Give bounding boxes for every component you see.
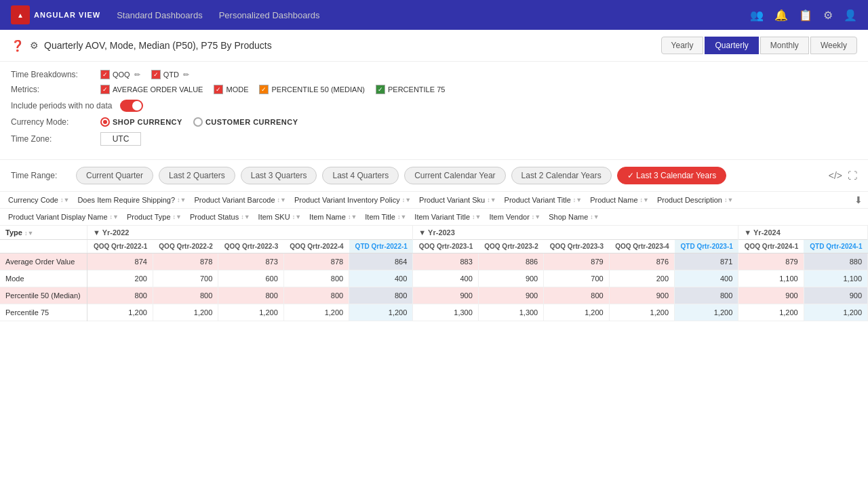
yr2023-group[interactable]: ▼ Yr-2023 [413,226,738,240]
data-cell: 900 [413,287,478,304]
col-item-sku[interactable]: Item SKU ↕▼ [256,211,304,222]
col-qoq-2023-2[interactable]: QOQ Qrtr-2023-2 [478,240,543,253]
yr2022-group[interactable]: ▼ Yr-2022 [87,226,412,240]
controls-area: Time Breakdowns: ✓ QOQ ✏ ✓ QTD ✏ Metrics… [0,62,868,160]
column-headers-row-2: Product Variant Display Name ↕▼ Product … [0,209,868,226]
col-qoq-2022-4[interactable]: QOQ Qrtr-2022-4 [283,240,349,253]
current-quarter-btn[interactable]: Current Quarter [76,167,153,184]
col-variant-title[interactable]: Product Variant Title ↕▼ [502,195,585,205]
quarter-header-row: QOQ Qrtr-2022-1 QOQ Qrtr-2022-2 QOQ Qrtr… [0,240,868,253]
col-qtd-2023-1[interactable]: QTD Qrtr-2023-1 [675,240,738,253]
data-cell: 800 [544,287,609,304]
type-column-header[interactable]: Type ↕▼ [0,226,87,240]
logo-area[interactable]: ▲ ANGULAR VIEW [11,5,100,24]
col-qoq-2024-1[interactable]: QOQ Qrtr-2024-1 [738,240,804,253]
include-no-data-toggle[interactable] [120,100,143,112]
qtd-edit-icon[interactable]: ✏ [183,70,189,79]
view-weekly-button[interactable]: Weekly [810,37,857,54]
col-qoq-2022-1[interactable]: QOQ Qrtr-2022-1 [87,240,153,253]
view-quarterly-button[interactable]: Quarterly [705,37,758,54]
col-product-status[interactable]: Product Status ↕▼ [187,211,253,222]
col-item-vendor[interactable]: Item Vendor ↕▼ [486,211,543,222]
col-qoq-2023-1[interactable]: QOQ Qrtr-2023-1 [413,240,478,253]
col-qoq-2023-4[interactable]: QOQ Qrtr-2023-4 [609,240,674,253]
col-item-title[interactable]: Item Title ↕▼ [362,211,409,222]
last-4-quarters-btn[interactable]: Last 4 Quarters [322,167,399,184]
p75-checkbox[interactable]: ✓ PERCENTILE 75 [376,85,445,94]
col-item-variant-title[interactable]: Item Variant Title ↕▼ [412,211,484,222]
col-currency-code[interactable]: Currency Code ↕▼ [5,195,72,205]
nav-standard-dashboards[interactable]: Standard Dashboards [117,7,202,23]
current-calendar-year-btn[interactable]: Current Calendar Year [404,167,505,184]
col-variant-barcode[interactable]: Product Variant Barcode ↕▼ [192,195,289,205]
col-shop-name[interactable]: Shop Name ↕▼ [546,211,602,222]
code-icon[interactable]: </> [829,170,842,181]
data-cell: 800 [675,287,738,304]
metrics-row: Metrics: ✓ AVERAGE ORDER VALUE ✓ MODE ✓ … [11,85,857,94]
last-2-quarters-btn[interactable]: Last 2 Quarters [159,167,235,184]
qoq-edit-icon[interactable]: ✏ [134,70,140,79]
col-qoq-2023-3[interactable]: QOQ Qrtr-2023-3 [544,240,609,253]
col-product-name[interactable]: Product Name ↕▼ [587,195,652,205]
users-icon[interactable]: 👥 [750,9,764,22]
help-icon[interactable]: ❓ [11,39,24,52]
settings-icon[interactable]: ⚙ [30,40,39,51]
data-cell: 1,200 [349,304,413,321]
aov-cb-box: ✓ [100,85,110,94]
last-3-quarters-btn[interactable]: Last 3 Quarters [241,167,317,184]
qtd-label: QTD [163,70,179,79]
col-variant-inventory-policy[interactable]: Product Variant Inventory Policy ↕▼ [292,195,414,205]
table-row: Mode2007006008004004009007002004001,1001… [0,270,868,287]
data-cell: 1,200 [283,304,349,321]
col-display-name[interactable]: Product Variant Display Name ↕▼ [5,211,121,222]
col-qtd-2022-1[interactable]: QTD Qrtr-2022-1 [349,240,413,253]
filter-icon[interactable]: ⚙ [823,9,833,22]
nav-personalized-dashboards[interactable]: Personalized Dashboards [219,7,320,23]
data-cell: 883 [413,253,478,270]
data-cell: 864 [349,253,413,270]
col-qtd-2024-1[interactable]: QTD Qrtr-2024-1 [804,240,867,253]
col-item-name[interactable]: Item Name ↕▼ [307,211,359,222]
data-cell: 900 [478,270,543,287]
view-yearly-button[interactable]: Yearly [661,37,704,54]
download-icon[interactable]: ⬇ [854,195,863,205]
requires-shipping-sort-icon: ↕▼ [177,197,186,203]
mode-checkbox[interactable]: ✓ MODE [214,85,248,94]
timezone-value[interactable]: UTC [100,132,141,146]
col-requires-shipping[interactable]: Does Item Require Shipping? ↕▼ [75,195,189,205]
col-qoq-2022-3[interactable]: QOQ Qrtr-2022-3 [218,240,283,253]
col-variant-sku[interactable]: Product Variant Sku ↕▼ [416,195,498,205]
data-cell: 878 [283,253,349,270]
qoq-checkbox[interactable]: ✓ QOQ ✏ [100,70,140,79]
last-3-calendar-years-btn[interactable]: Last 3 Calendar Years [617,167,726,184]
data-cell: 1,200 [153,304,218,321]
shop-currency-radio[interactable]: SHOP CURRENCY [100,117,182,127]
metrics-label: Metrics: [11,85,92,94]
type-sort-icon[interactable]: ↕▼ [24,230,33,237]
aov-checkbox[interactable]: ✓ AVERAGE ORDER VALUE [100,85,203,94]
col-product-desc[interactable]: Product Description ↕▼ [654,195,736,205]
mode-cb-box: ✓ [214,85,223,94]
col-product-type[interactable]: Product Type ↕▼ [124,211,184,222]
customer-currency-radio[interactable]: CUSTOMER CURRENCY [193,117,298,127]
data-cell: 1,300 [478,304,543,321]
yr2024-group[interactable]: ▼ Yr-2024 [738,226,868,240]
time-range-label: Time Range: [11,171,65,180]
data-cell: 874 [87,253,153,270]
product-status-sort-icon: ↕▼ [241,214,250,220]
data-cell: 800 [87,287,153,304]
qtd-checkbox[interactable]: ✓ QTD ✏ [151,70,189,79]
currency-mode-row: Currency Mode: SHOP CURRENCY CUSTOMER CU… [11,117,857,127]
data-cell: 400 [675,270,738,287]
view-monthly-button[interactable]: Monthly [760,37,809,54]
data-cell: 1,200 [738,304,804,321]
bell-icon[interactable]: 🔔 [774,9,788,22]
col-qoq-2022-2[interactable]: QOQ Qrtr-2022-2 [153,240,218,253]
fullscreen-icon[interactable]: ⛶ [848,170,857,181]
data-cell: 871 [675,253,738,270]
p50-checkbox[interactable]: ✓ PERCENTILE 50 (MEDIAN) [259,85,365,94]
clipboard-icon[interactable]: 📋 [799,9,812,22]
user-icon[interactable]: 👤 [844,9,857,22]
item-title-sort-icon: ↕▼ [397,214,406,220]
last-2-calendar-years-btn[interactable]: Last 2 Calendar Years [511,167,612,184]
